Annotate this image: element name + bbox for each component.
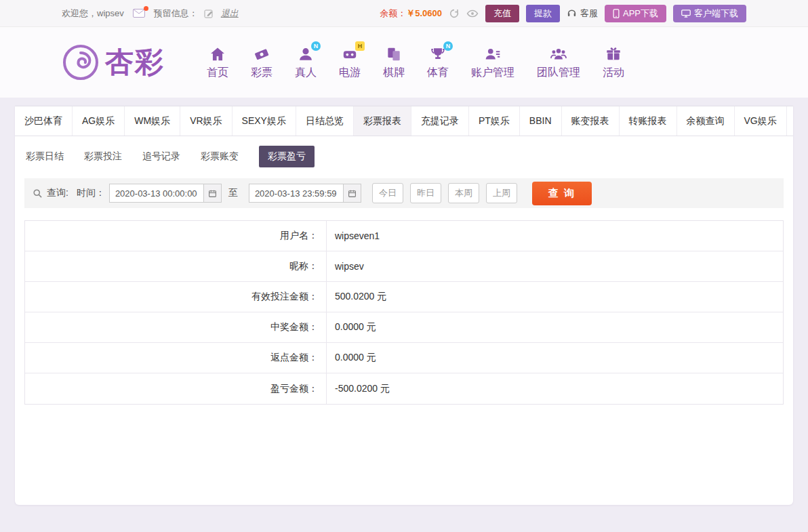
new-badge: N	[443, 41, 453, 51]
yesterday-button[interactable]: 昨日	[410, 183, 441, 203]
cards-icon	[384, 45, 404, 64]
calendar-icon	[348, 189, 357, 198]
withdraw-button[interactable]: 提款	[526, 5, 560, 22]
messages-button[interactable]	[133, 9, 145, 18]
site-logo[interactable]: 杏彩	[62, 43, 165, 81]
headset-icon	[567, 8, 577, 18]
nav-item-egame[interactable]: H 电游	[339, 45, 361, 80]
deposit-button[interactable]: 充值	[485, 5, 519, 22]
subtab-lottery-bets[interactable]: 彩票投注	[84, 150, 122, 163]
row-label: 盈亏金额：	[25, 373, 327, 404]
tab-bbin[interactable]: BBIN	[520, 106, 562, 136]
this-week-button[interactable]: 本周	[448, 183, 479, 203]
account-icon	[483, 45, 503, 64]
eye-icon	[466, 9, 479, 18]
table-row: 返点金额： 0.0000 元	[25, 343, 783, 373]
person-icon: N	[296, 45, 316, 64]
topbar: 欢迎您，wipsev 预留信息： 退出 余额：￥5.0600 充值 提款	[0, 0, 808, 27]
balance-value: ￥5.0600	[406, 8, 442, 18]
main-nav: 首页 彩票 N 真人 H 电游	[207, 45, 624, 80]
subtab-chase-records[interactable]: 追号记录	[142, 150, 180, 163]
nav-label: 团队管理	[537, 66, 580, 80]
table-row: 盈亏金额： -500.0200 元	[25, 373, 783, 404]
row-label: 中奖金额：	[25, 312, 327, 342]
nav-item-team[interactable]: 团队管理	[537, 45, 580, 80]
client-download-button[interactable]: 客户端下载	[673, 5, 746, 22]
tab-balance-query[interactable]: 余额查询	[677, 106, 735, 136]
start-date-picker-button[interactable]	[204, 184, 222, 203]
app-download-button[interactable]: APP下载	[605, 5, 666, 22]
tab-daily-overview[interactable]: 日结总览	[296, 106, 354, 136]
table-row: 中奖金额： 0.0000 元	[25, 312, 783, 343]
nav-item-boardgame[interactable]: 棋牌	[383, 45, 405, 80]
tab-deposit-withdraw-records[interactable]: 充提记录	[411, 106, 469, 136]
nav-label: 体育	[427, 66, 449, 80]
nav-item-live[interactable]: N 真人	[295, 45, 317, 80]
nav-item-sports[interactable]: N 体育	[427, 45, 449, 80]
table-row: 用户名： wipseven1	[25, 221, 783, 251]
nav-item-account[interactable]: 账户管理	[471, 45, 514, 80]
tab-transfer-report[interactable]: 转账报表	[620, 106, 677, 136]
table-row: 有效投注金额： 500.0200 元	[25, 282, 783, 312]
tab-vg[interactable]: VG娱乐	[735, 106, 787, 136]
lottery-subtabs: 彩票日结 彩票投注 追号记录 彩票账变 彩票盈亏	[15, 136, 793, 176]
tab-ag[interactable]: AG娱乐	[73, 106, 125, 136]
last-week-button[interactable]: 上周	[486, 183, 517, 203]
team-icon	[548, 45, 569, 64]
logout-link[interactable]: 退出	[221, 7, 239, 20]
search-icon	[33, 188, 43, 199]
nav-label: 真人	[295, 66, 317, 80]
tab-wm[interactable]: WM娱乐	[125, 106, 180, 136]
nav-label: 首页	[207, 66, 228, 80]
nav-label: 活动	[603, 66, 624, 80]
trophy-icon: N	[428, 45, 448, 64]
edit-icon	[204, 9, 214, 18]
row-value: -500.0200 元	[327, 373, 783, 404]
tab-shaba-sports[interactable]: 沙巴体育	[15, 106, 73, 136]
to-label: 至	[228, 187, 238, 199]
nav-item-home[interactable]: 首页	[207, 45, 228, 80]
customer-service-label: 客服	[580, 7, 598, 20]
tab-sexy[interactable]: SEXY娱乐	[233, 106, 296, 136]
tab-account-change-report[interactable]: 账变报表	[562, 106, 620, 136]
row-value: 0.0000 元	[327, 312, 783, 342]
app-download-label: APP下载	[623, 7, 658, 20]
row-label: 有效投注金额：	[25, 282, 327, 312]
client-download-label: 客户端下载	[694, 7, 738, 20]
subtab-lottery-profit-loss[interactable]: 彩票盈亏	[259, 146, 315, 167]
row-value: 500.0200 元	[327, 282, 783, 312]
end-date-picker-button[interactable]	[344, 184, 361, 203]
hide-balance-button[interactable]	[466, 9, 479, 18]
gamepad-icon: H	[340, 45, 360, 64]
home-icon	[207, 45, 228, 64]
search-button[interactable]: 查 询	[532, 182, 592, 205]
tab-pt[interactable]: PT娱乐	[469, 106, 520, 136]
end-time-input[interactable]	[249, 184, 344, 203]
subtab-lottery-daily[interactable]: 彩票日结	[26, 150, 64, 163]
edit-reserved-button[interactable]	[204, 9, 214, 18]
time-label: 时间：	[77, 187, 105, 199]
row-value: wipseven1	[327, 221, 783, 251]
start-time-input[interactable]	[109, 184, 204, 203]
main-card: 沙巴体育 AG娱乐 WM娱乐 VR娱乐 SEXY娱乐 日结总览 彩票报表 充提记…	[15, 106, 793, 505]
tab-lottery-report[interactable]: 彩票报表	[354, 106, 411, 136]
customer-service-button[interactable]: 客服	[567, 7, 598, 20]
today-button[interactable]: 今日	[372, 183, 403, 203]
tab-vr[interactable]: VR娱乐	[180, 106, 232, 136]
table-row: 昵称： wipsev	[25, 251, 783, 282]
subtab-lottery-account-change[interactable]: 彩票账变	[201, 150, 239, 163]
query-label: 查询:	[47, 187, 68, 199]
report-tabbar: 沙巴体育 AG娱乐 WM娱乐 VR娱乐 SEXY娱乐 日结总览 彩票报表 充提记…	[15, 106, 793, 136]
gift-icon	[603, 45, 624, 64]
nav-item-lottery[interactable]: 彩票	[251, 45, 272, 80]
welcome-text: 欢迎您，wipsev	[62, 7, 124, 20]
new-badge: N	[311, 41, 321, 51]
ticket-icon	[251, 45, 272, 64]
row-value: 0.0000 元	[327, 343, 783, 373]
row-label: 用户名：	[25, 221, 327, 251]
refresh-balance-button[interactable]	[449, 8, 460, 19]
nav-item-activity[interactable]: 活动	[603, 45, 624, 80]
refresh-icon	[449, 8, 460, 19]
profit-loss-table: 用户名： wipseven1 昵称： wipsev 有效投注金额： 500.02…	[24, 220, 784, 405]
calendar-icon	[208, 189, 217, 198]
